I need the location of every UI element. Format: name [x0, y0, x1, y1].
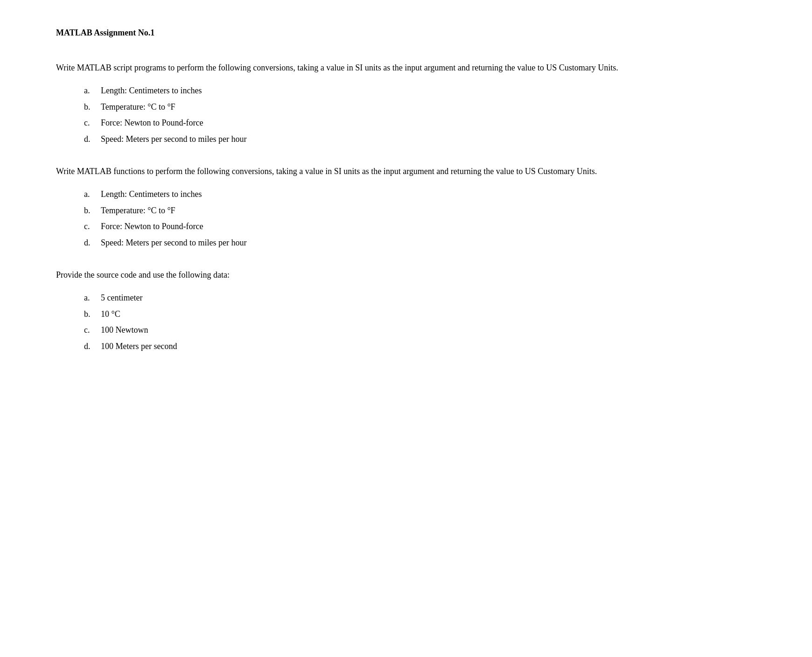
section3-intro: Provide the source code and use the foll… — [56, 268, 756, 282]
section1-list: a. Length: Centimeters to inches b. Temp… — [56, 84, 756, 146]
list-item: a. Length: Centimeters to inches — [84, 84, 756, 98]
list-content: Force: Newton to Pound-force — [101, 220, 203, 233]
list-content: Force: Newton to Pound-force — [101, 116, 203, 130]
list-item: c. Force: Newton to Pound-force — [84, 116, 756, 130]
list-content: Temperature: °C to °F — [101, 204, 175, 217]
section1-intro: Write MATLAB script programs to perform … — [56, 61, 756, 75]
list-content: Speed: Meters per second to miles per ho… — [101, 133, 246, 146]
list-item: a. Length: Centimeters to inches — [84, 188, 756, 201]
list-label: d. — [84, 236, 101, 250]
list-content: Length: Centimeters to inches — [101, 84, 202, 98]
list-label: b. — [84, 308, 101, 321]
list-item: a. 5 centimeter — [84, 291, 756, 305]
section-3: Provide the source code and use the foll… — [56, 268, 756, 353]
list-label: d. — [84, 340, 101, 353]
section3-list: a. 5 centimeter b. 10 °C c. 100 Newtown … — [56, 291, 756, 353]
list-label: c. — [84, 116, 101, 130]
section2-intro: Write MATLAB functions to perform the fo… — [56, 165, 756, 178]
list-content: 100 Newtown — [101, 323, 148, 337]
list-item: d. 100 Meters per second — [84, 340, 756, 353]
list-label: d. — [84, 133, 101, 146]
list-item: c. Force: Newton to Pound-force — [84, 220, 756, 233]
list-item: c. 100 Newtown — [84, 323, 756, 337]
list-item: b. Temperature: °C to °F — [84, 204, 756, 217]
list-item: d. Speed: Meters per second to miles per… — [84, 133, 756, 146]
section-2: Write MATLAB functions to perform the fo… — [56, 165, 756, 250]
list-label: a. — [84, 84, 101, 98]
list-label: c. — [84, 323, 101, 337]
section-1: Write MATLAB script programs to perform … — [56, 61, 756, 146]
list-label: c. — [84, 220, 101, 233]
list-content: Length: Centimeters to inches — [101, 188, 202, 201]
page-title: MATLAB Assignment No.1 — [56, 28, 756, 38]
list-item: b. Temperature: °C to °F — [84, 100, 756, 114]
section2-list: a. Length: Centimeters to inches b. Temp… — [56, 188, 756, 250]
list-label: a. — [84, 188, 101, 201]
list-label: b. — [84, 100, 101, 114]
list-content: 5 centimeter — [101, 291, 142, 305]
list-content: 100 Meters per second — [101, 340, 177, 353]
list-content: 10 °C — [101, 308, 120, 321]
list-item: d. Speed: Meters per second to miles per… — [84, 236, 756, 250]
list-label: b. — [84, 204, 101, 217]
list-content: Temperature: °C to °F — [101, 100, 175, 114]
list-content: Speed: Meters per second to miles per ho… — [101, 236, 246, 250]
list-item: b. 10 °C — [84, 308, 756, 321]
list-label: a. — [84, 291, 101, 305]
